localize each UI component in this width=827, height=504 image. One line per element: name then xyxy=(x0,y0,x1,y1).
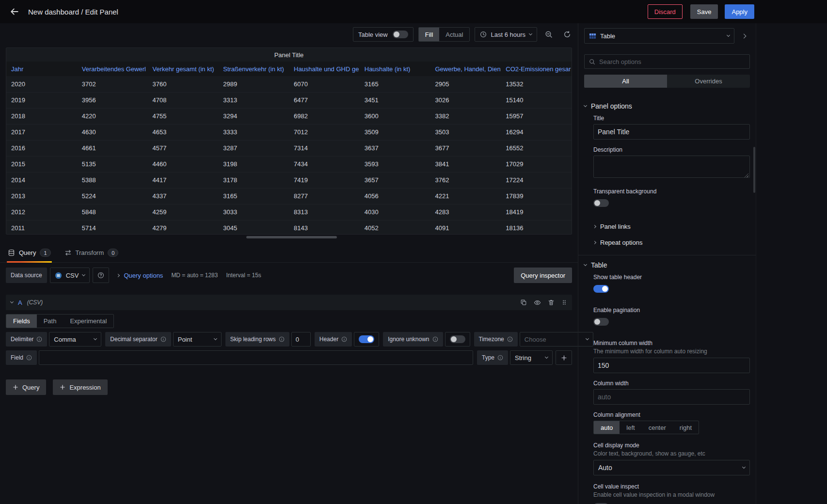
chevron-down-icon xyxy=(742,465,746,468)
panel-links-section[interactable]: Panel links xyxy=(593,223,750,230)
tab-fields[interactable]: Fields xyxy=(6,315,37,328)
align-auto-option[interactable]: auto xyxy=(594,421,620,434)
table-cell: 3509 xyxy=(360,124,430,140)
chevron-down-icon xyxy=(727,33,730,36)
table-cell: 4417 xyxy=(148,172,219,188)
hide-response-eye-icon[interactable] xyxy=(534,299,541,306)
column-header[interactable]: Gewerbe, Handel, Dien xyxy=(430,62,501,76)
field-name-input[interactable] xyxy=(39,350,473,365)
time-range-picker[interactable]: Last 6 hours xyxy=(475,27,537,42)
column-alignment-group: auto left center right xyxy=(593,421,699,434)
transparent-bg-toggle[interactable] xyxy=(593,199,609,207)
tab-all[interactable]: All xyxy=(584,75,667,88)
column-header[interactable]: CO2-Emissionen gesar xyxy=(501,62,572,76)
table-cell: 5714 xyxy=(77,220,148,235)
options-sidebar: Table All Overrides Panel options Title … xyxy=(578,23,756,504)
column-header[interactable]: Verkehr gesamt (in kt) xyxy=(148,62,219,76)
table-cell: 4052 xyxy=(360,220,430,235)
info-icon[interactable] xyxy=(497,355,503,361)
align-center-option[interactable]: center xyxy=(642,421,673,434)
info-icon[interactable] xyxy=(432,336,438,342)
column-width-input[interactable] xyxy=(593,389,750,405)
table-cell: 16552 xyxy=(501,140,572,156)
show-table-header-toggle[interactable] xyxy=(593,285,609,293)
fill-option[interactable]: Fill xyxy=(419,28,440,41)
table-cell: 2905 xyxy=(430,76,501,92)
refresh-icon[interactable] xyxy=(560,27,574,42)
visualization-picker[interactable]: Table xyxy=(584,28,734,44)
csv-editor-tabs: Fields Path Experimental xyxy=(6,314,114,328)
column-header[interactable]: Haushalte und GHD ge xyxy=(289,62,360,76)
description-field-label: Description xyxy=(593,146,750,153)
column-header[interactable]: Jahr xyxy=(6,62,77,76)
table-view-group: Table view xyxy=(353,27,414,42)
align-right-option[interactable]: right xyxy=(673,421,699,434)
tab-query[interactable]: Query 1 xyxy=(7,243,52,262)
panel-title-input[interactable] xyxy=(593,124,750,140)
align-left-option[interactable]: left xyxy=(620,421,641,434)
tab-transform[interactable]: Transform 0 xyxy=(64,243,120,262)
panel-options-section-header[interactable]: Panel options xyxy=(584,102,750,110)
actual-option[interactable]: Actual xyxy=(439,28,469,41)
min-column-width-desc: The minimum width for column auto resizi… xyxy=(593,348,750,355)
discard-button[interactable]: Discard xyxy=(648,4,683,19)
search-icon xyxy=(589,59,595,65)
table-cell: 4056 xyxy=(360,188,430,204)
panel-toolbar: Table view Fill Actual Last 6 hours xyxy=(0,23,578,46)
sidebar-scrollbar-thumb[interactable] xyxy=(753,147,755,193)
delimiter-select[interactable]: Comma xyxy=(49,332,101,346)
query-editor-header[interactable]: A (CSV) xyxy=(6,295,572,310)
column-header[interactable]: Haushalte (in kt) xyxy=(360,62,430,76)
table-viz-icon xyxy=(589,32,596,40)
column-header[interactable]: Verarbeitendes Gewerl xyxy=(77,62,148,76)
scrollbar-thumb[interactable] xyxy=(246,236,337,238)
decimal-separator-select[interactable]: Point xyxy=(173,332,222,346)
info-icon[interactable] xyxy=(279,336,285,342)
header-toggle[interactable] xyxy=(359,335,374,343)
tab-overrides[interactable]: Overrides xyxy=(667,75,750,88)
repeat-options-section[interactable]: Repeat options xyxy=(593,239,750,246)
duplicate-query-icon[interactable] xyxy=(520,299,527,306)
save-button[interactable]: Save xyxy=(690,4,718,19)
search-options-input[interactable] xyxy=(599,58,745,65)
min-column-width-input[interactable] xyxy=(593,358,750,373)
type-select[interactable]: String xyxy=(510,350,553,365)
table-cell: 3313 xyxy=(218,92,289,108)
tab-experimental[interactable]: Experimental xyxy=(63,315,113,328)
table-cell: 3198 xyxy=(218,156,289,172)
description-textarea[interactable] xyxy=(593,156,750,178)
info-icon[interactable] xyxy=(36,336,42,342)
drag-handle-icon[interactable] xyxy=(561,299,567,306)
add-query-button[interactable]: Query xyxy=(6,379,46,395)
delete-query-trash-icon[interactable] xyxy=(548,299,555,306)
data-table: JahrVerarbeitendes GewerlVerkehr gesamt … xyxy=(6,62,572,235)
query-options-toggle[interactable]: Query options MD = auto = 1283 Interval … xyxy=(117,272,261,279)
cell-display-mode-select[interactable]: Auto xyxy=(593,460,750,475)
clock-icon xyxy=(480,31,487,38)
column-header[interactable]: Straßenverkehr (in kt) xyxy=(218,62,289,76)
collapse-options-pane-icon[interactable] xyxy=(737,28,750,44)
all-overrides-tabs: All Overrides xyxy=(584,75,750,88)
back-icon[interactable] xyxy=(8,5,21,18)
datasource-help-icon[interactable] xyxy=(93,268,109,283)
table-cell: 2019 xyxy=(6,92,77,108)
add-expression-button[interactable]: Expression xyxy=(53,379,107,395)
table-view-toggle[interactable] xyxy=(393,31,408,38)
info-icon[interactable] xyxy=(507,336,513,342)
table-cell: 2016 xyxy=(6,140,77,156)
collapse-chevron-icon[interactable] xyxy=(10,299,14,303)
ignore-unknown-toggle[interactable] xyxy=(450,335,465,343)
add-field-plus-icon[interactable] xyxy=(556,350,572,365)
skip-rows-input[interactable] xyxy=(291,332,311,346)
query-inspector-button[interactable]: Query inspector xyxy=(514,268,572,283)
info-icon[interactable] xyxy=(160,336,166,342)
zoom-out-button[interactable] xyxy=(542,27,556,42)
cell-display-mode-label: Cell display mode xyxy=(593,442,750,449)
apply-button[interactable]: Apply xyxy=(725,4,754,19)
datasource-picker[interactable]: CSV xyxy=(50,268,90,283)
table-section-header[interactable]: Table xyxy=(584,261,750,269)
enable-pagination-toggle[interactable] xyxy=(593,318,609,326)
info-icon[interactable] xyxy=(26,355,32,361)
info-icon[interactable] xyxy=(341,336,347,342)
tab-path[interactable]: Path xyxy=(37,315,64,328)
